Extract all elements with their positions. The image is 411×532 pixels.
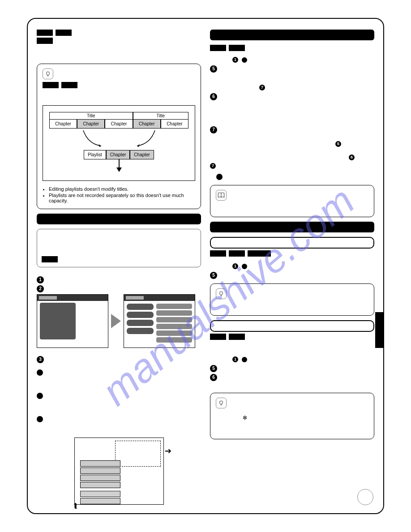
concept-box: Title Title Chapter Chapter Chapter Chap… <box>37 64 201 209</box>
hint-box <box>210 283 374 316</box>
book-icon <box>216 190 227 201</box>
badge <box>229 250 245 257</box>
right-column: 1 5 7 6 7 5 6 7 1 5 1 <box>210 30 374 509</box>
bullet <box>37 416 201 422</box>
playlist-cell: Playlist <box>84 150 106 159</box>
step-number-icon: 1 <box>232 356 238 362</box>
chapter-cell: Chapter <box>161 119 188 129</box>
arrow-down-icon <box>49 159 188 174</box>
step-ref: 5 <box>210 140 374 148</box>
left-column: Title Title Chapter Chapter Chapter Chap… <box>37 30 201 509</box>
bullet-icon <box>37 393 43 399</box>
format-badges <box>210 45 374 51</box>
step-number-icon: 5 <box>335 141 341 147</box>
subsection-heading <box>210 320 374 332</box>
arrow-right-icon <box>111 314 121 328</box>
submenu-screenshot: ⚙ <box>124 294 195 348</box>
badge <box>210 45 226 51</box>
svg-point-4 <box>220 401 223 404</box>
step-2: 2 <box>37 285 201 292</box>
step-number-icon: 7 <box>210 126 217 133</box>
preparation-box <box>37 229 201 267</box>
section-tab <box>375 312 384 348</box>
title-header: Title <box>49 112 133 119</box>
manual-page: Title Title Chapter Chapter Chapter Chap… <box>27 18 384 514</box>
badge <box>56 30 72 36</box>
menu-screenshot: ⚙ <box>37 294 108 348</box>
bullet-icon <box>242 357 247 362</box>
badge <box>42 256 58 262</box>
note-box <box>210 185 374 217</box>
section-heading-bar <box>210 222 374 232</box>
scroll-diagram: ➔ ➥ <box>74 438 164 505</box>
chapter-cell: Chapter <box>133 119 161 129</box>
step-number-icon: 2 <box>37 285 44 292</box>
step-1: 1 <box>37 276 201 283</box>
title-header: Title <box>133 112 188 119</box>
step-number-icon: 3 <box>37 356 44 363</box>
chapter-cell: Chapter <box>105 119 133 129</box>
step-ref: 1 <box>210 355 374 363</box>
step-number-icon: 6 <box>210 93 217 100</box>
note-item: Playlists are not recorded separately so… <box>49 193 195 203</box>
bullet-icon <box>37 416 43 422</box>
step-number-icon: 1 <box>232 57 238 63</box>
step-number-icon: 1 <box>232 263 238 269</box>
step-6: 6 <box>210 93 374 100</box>
format-badges <box>210 250 374 257</box>
playlist-diagram: Title Title Chapter Chapter Chapter Chap… <box>43 105 195 181</box>
step-5: 5 <box>210 272 374 279</box>
step-number-icon: 5 <box>210 272 217 279</box>
badge <box>210 334 226 340</box>
step-number-icon: 5 <box>210 365 217 372</box>
step-number-icon: 7 <box>210 163 216 169</box>
arrow-icon <box>79 130 106 148</box>
step-number-icon: 7 <box>259 85 265 90</box>
step-3: 3 <box>37 356 201 363</box>
badge <box>248 250 271 257</box>
badge <box>61 82 77 88</box>
subsection-heading <box>210 237 374 249</box>
section-heading-bar <box>37 214 201 224</box>
bulb-icon <box>216 288 227 299</box>
page-number-placeholder <box>357 489 373 505</box>
navigation-screens: ⚙ ⚙ <box>37 294 201 348</box>
step-ref: 7 <box>210 83 374 91</box>
format-badges <box>37 38 201 44</box>
arrow-icon <box>133 130 159 148</box>
chapter-cell: Chapter <box>130 150 154 159</box>
step-ref: 6 <box>210 153 374 161</box>
badge <box>229 45 245 51</box>
hint-box: ✻ <box>210 393 374 439</box>
svg-point-0 <box>47 72 50 75</box>
arrow-return-icon: ➥ <box>70 502 80 509</box>
badge <box>37 30 53 36</box>
step-7: 7 <box>210 126 374 133</box>
step-number-icon: 6 <box>210 374 217 381</box>
footnote-mark: ✻ <box>216 415 368 421</box>
step-6: 6 <box>210 374 374 381</box>
bulb-icon <box>43 69 53 79</box>
bullet-icon <box>216 174 223 180</box>
step-5: 5 <box>210 365 374 372</box>
bullet <box>37 393 201 399</box>
step-number-icon: 6 <box>349 154 355 160</box>
badge <box>37 38 53 44</box>
chapter-cell: Chapter <box>49 119 77 129</box>
arrow-right-icon: ➔ <box>165 446 171 456</box>
note-item: Editing playlists doesn't modify titles. <box>49 186 195 192</box>
section-heading-bar <box>210 30 374 40</box>
svg-point-3 <box>220 292 223 295</box>
notes-list: Editing playlists doesn't modify titles.… <box>43 186 195 203</box>
chapter-cell: Chapter <box>106 150 130 159</box>
badge <box>229 334 245 340</box>
bullet <box>37 369 201 376</box>
bulb-icon <box>216 398 227 408</box>
step-ref: 1 <box>210 262 374 270</box>
badge <box>43 82 59 88</box>
chapter-cell: Chapter <box>77 119 105 129</box>
step-ref: 1 <box>210 56 374 64</box>
bullet-icon <box>242 57 247 63</box>
badge <box>210 250 226 257</box>
step-number-icon: 1 <box>37 276 44 283</box>
